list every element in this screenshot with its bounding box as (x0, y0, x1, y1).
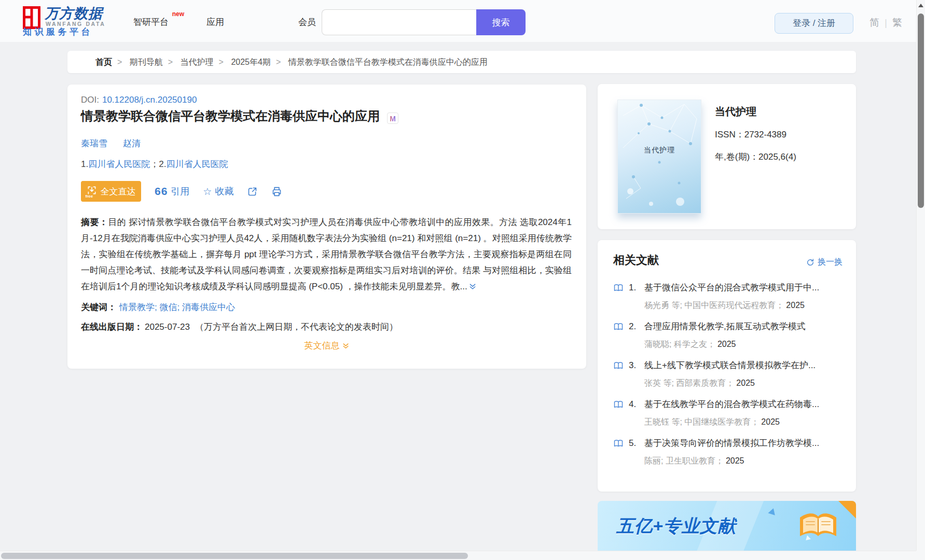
abstract-text: 目的 探讨情景教学联合微信平台教学模式对实习护理人员在消毒供应中心带教培训中的应… (81, 217, 572, 291)
wanfang-article-page: 万方数据 WANFANG DATA 知识服务平台 智研平台 new 应用 会员 … (0, 0, 925, 560)
related-item-meta: 杨光勇 等; 中国中医药现代远程教育；2025 (644, 300, 805, 311)
related-list-item: 2. 合理应用情景化教学,拓展互动式教学模式 蒲晓聪; 科学之友；2025 (613, 320, 844, 359)
favorite-button[interactable]: ☆ 收藏 (203, 185, 233, 198)
breadcrumb: 首页> 期刊导航> 当代护理> 2025年4期> 情景教学联合微信平台教学模式在… (67, 51, 856, 73)
breadcrumb-separator: > (219, 58, 224, 66)
related-item-meta: 张英 等; 西部素质教育；2025 (644, 378, 755, 389)
banner-text: 五亿+专业文献 (616, 514, 736, 538)
article-card: DOI:10.12208/j.cn.20250190 情景教学联合微信平台教学模… (67, 85, 586, 369)
open-book-icon (796, 506, 840, 547)
quote-icon: 66 (155, 185, 168, 198)
abstract-label: 摘要： (81, 217, 108, 227)
english-info-toggle[interactable]: 英文信息 (67, 340, 586, 352)
breadcrumb-separator: > (276, 58, 281, 66)
issn-value: 2732-4389 (744, 130, 786, 139)
language-switch: 简|繁 (869, 16, 902, 30)
banner-confetti (768, 507, 777, 515)
refresh-related-button[interactable]: 换一换 (806, 257, 843, 268)
journal-volume-row: 年,卷(期)：2025,6(4) (715, 151, 796, 163)
related-item-number: 4. (629, 399, 644, 410)
cite-button[interactable]: 66 引用 (155, 185, 189, 198)
vertical-scrollbar[interactable] (916, 0, 925, 560)
related-item-number: 2. (629, 321, 644, 332)
related-item-meta: 王晓钰 等; 中国继续医学教育；2025 (644, 417, 780, 428)
online-pubdate-row: 在线出版日期：2025-07-23（万方平台首次上网日期，不代表论文的发表时间） (81, 321, 398, 333)
related-item-year: 2025 (736, 379, 755, 387)
horizontal-scrollbar[interactable] (0, 551, 916, 560)
expand-abstract-chevron-icon[interactable] (468, 280, 477, 296)
search-button[interactable]: 搜索 (476, 9, 526, 35)
breadcrumb-item[interactable]: 期刊导航 (130, 58, 163, 66)
related-item-number: 1. (629, 283, 644, 293)
volume-label: 年,卷(期)： (715, 152, 758, 162)
pubdate-value: 2025-07-23 (145, 322, 190, 332)
related-literature-card: 相关文献 换一换 1. (598, 240, 856, 492)
related-item-year: 2025 (786, 301, 805, 310)
book-icon (613, 321, 624, 332)
related-item-title[interactable]: 线上+线下教学模式联合情景模拟教学在护... (644, 359, 844, 371)
nav-item-member[interactable]: 会员 (298, 16, 316, 28)
login-register-button[interactable]: 登录 / 注册 (775, 13, 853, 34)
share-button[interactable] (247, 186, 258, 197)
brand-subtitle: 知识服务平台 (23, 26, 93, 38)
lang-traditional[interactable]: 繁 (892, 17, 902, 28)
breadcrumb-item[interactable]: 当代护理 (181, 58, 214, 66)
related-item-title[interactable]: 合理应用情景化教学,拓展互动式教学模式 (644, 320, 844, 332)
related-list-item: 3. 线上+线下教学模式联合情景模拟教学在护... 张英 等; 西部素质教育；2… (613, 359, 844, 398)
related-list: 1. 基于微信公众平台的混合式教学模式用于中... 杨光勇 等; 中国中医药现代… (613, 282, 844, 476)
affiliation-link[interactable]: 四川省人民医院 (166, 159, 228, 169)
author-list: 秦瑞雪赵清 (81, 137, 156, 149)
book-icon (613, 283, 624, 293)
horizontal-scrollbar-thumb[interactable] (1, 553, 468, 559)
article-title: 情景教学联合微信平台教学模式在消毒供应中心的应用 (81, 109, 380, 123)
author-link[interactable]: 赵清 (123, 138, 141, 148)
breadcrumb-separator: > (168, 58, 173, 66)
related-item-meta: 蒲晓聪; 科学之友；2025 (644, 339, 736, 350)
nav-item-zhiyan[interactable]: 智研平台 new (133, 16, 169, 28)
banner-corner-ribbon (838, 501, 856, 519)
breadcrumb-item[interactable]: 2025年4期 (231, 58, 271, 66)
scrollbar-corner (916, 551, 925, 560)
related-list-item: 5. 基于决策导向评价的情景模拟工作坊教学模... 陈丽; 卫生职业教育；202… (613, 437, 844, 476)
share-icon (247, 186, 258, 197)
related-item-title[interactable]: 基于在线教学平台的混合教学模式在药物毒... (644, 398, 844, 410)
refresh-icon (806, 258, 814, 267)
book-icon (613, 399, 624, 410)
keyword-link[interactable]: 情景教学 (119, 302, 155, 312)
action-toolbar: free 全文直达 66 引用 ☆ 收藏 (81, 181, 282, 202)
breadcrumb-item[interactable]: 情景教学联合微信平台教学模式在消毒供应中心的应用 (288, 58, 488, 66)
keyword-link[interactable]: 微信 (159, 302, 177, 312)
lang-simplified[interactable]: 简 (869, 17, 879, 28)
fulltext-button[interactable]: free 全文直达 (81, 181, 141, 202)
star-icon: ☆ (203, 186, 212, 198)
keywords-label: 关键词： (81, 302, 116, 312)
medline-badge-icon: M (387, 113, 398, 124)
brand-name: 万方数据 (45, 4, 103, 23)
breadcrumb-item[interactable]: 首页 (95, 58, 112, 66)
doi-link[interactable]: 10.12208/j.cn.20250190 (102, 95, 197, 105)
nav-item-apps[interactable]: 应用 (206, 16, 224, 28)
related-item-year: 2025 (761, 417, 780, 426)
print-button[interactable] (271, 186, 282, 197)
related-item-title[interactable]: 基于微信公众平台的混合式教学模式用于中... (644, 282, 844, 293)
vertical-scrollbar-thumb[interactable] (918, 13, 924, 208)
doi-label: DOI: (81, 95, 99, 105)
related-item-year: 2025 (717, 340, 736, 348)
search-bar: 搜索 (322, 9, 526, 35)
book-icon (613, 360, 624, 371)
affiliation-list: 1.四川省人民医院；2.四川省人民医院 (81, 158, 228, 170)
pubdate-note: （万方平台首次上网日期，不代表论文的发表时间） (195, 322, 398, 332)
author-link[interactable]: 秦瑞雪 (81, 138, 107, 148)
cover-network-decoration (618, 100, 701, 214)
affiliation-link[interactable]: 四川省人民医院 (88, 159, 150, 169)
scroll-up-arrow-icon[interactable] (918, 4, 923, 7)
journal-cover[interactable]: 当代护理 (617, 100, 701, 214)
related-item-title[interactable]: 基于决策导向评价的情景模拟工作坊教学模... (644, 437, 844, 449)
search-input[interactable] (322, 9, 476, 35)
related-item-number: 5. (629, 438, 644, 449)
keyword-link[interactable]: 消毒供应中心 (182, 302, 235, 312)
journal-info-card: 当代护理 当代护理 ISSN：2732-4389 年,卷(期)：2025,6(4… (598, 84, 856, 229)
promo-banner[interactable]: 五亿+专业文献 (598, 501, 856, 551)
related-item-number: 3. (629, 360, 644, 371)
doi-row: DOI:10.12208/j.cn.20250190 (81, 95, 197, 105)
